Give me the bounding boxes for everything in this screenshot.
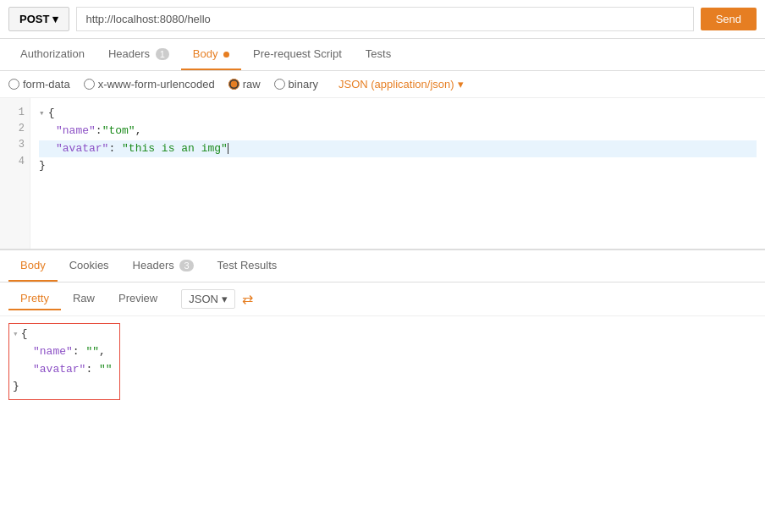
resp-tab-test-results[interactable]: Test Results	[206, 250, 289, 282]
code-line-3: "avatar": "this is an img"	[39, 140, 757, 158]
resp-line-4: }	[13, 378, 113, 396]
body-dot	[223, 52, 229, 58]
response-options: Pretty Raw Preview JSON ▾ ⇄	[0, 282, 765, 316]
url-input[interactable]	[76, 7, 693, 31]
resp-wrap-icon[interactable]: ⇄	[242, 290, 253, 308]
send-button[interactable]: Send	[701, 8, 757, 30]
request-body-editor[interactable]: 1 2 3 4 ▾ { "name":"tom", "avatar": "thi…	[0, 98, 765, 250]
expand-icon[interactable]: ▾	[39, 107, 45, 122]
url-encoded-option[interactable]: x-www-form-urlencoded	[84, 78, 215, 90]
code-line-4: }	[39, 157, 757, 175]
resp-expand-icon[interactable]: ▾	[13, 327, 19, 343]
body-options: form-data x-www-form-urlencoded raw bina…	[0, 71, 765, 98]
resp-line-2: "name": "",	[13, 343, 113, 361]
response-code-area: ▾ { "name": "", "avatar": "" }	[0, 316, 765, 407]
request-tabs: Authorization Headers 1 Body Pre-request…	[0, 39, 765, 71]
resp-line-1: ▾ {	[13, 326, 113, 343]
json-format-selector[interactable]: JSON (application/json) ▾	[338, 78, 464, 90]
code-line-1: ▾ {	[39, 105, 757, 123]
response-json-box: ▾ { "name": "", "avatar": "" }	[8, 323, 120, 400]
tab-prerequest[interactable]: Pre-request Script	[241, 39, 354, 70]
resp-format-selector[interactable]: JSON ▾	[181, 289, 235, 309]
tab-authorization[interactable]: Authorization	[8, 39, 96, 70]
resp-preview-btn[interactable]: Preview	[107, 288, 169, 310]
method-label: POST	[19, 13, 49, 25]
resp-tab-headers[interactable]: Headers 3	[121, 250, 206, 282]
resp-format-chevron-icon: ▾	[222, 293, 228, 305]
top-bar: POST ▾ Send	[0, 0, 765, 39]
method-chevron-icon: ▾	[52, 13, 58, 25]
tab-headers[interactable]: Headers 1	[96, 39, 181, 70]
response-section: Body Cookies Headers 3 Test Results Pret…	[0, 250, 765, 407]
response-tabs: Body Cookies Headers 3 Test Results	[0, 250, 765, 282]
headers-badge: 1	[156, 48, 169, 60]
code-line-2: "name":"tom",	[39, 123, 757, 140]
resp-tab-body[interactable]: Body	[8, 250, 58, 282]
cursor	[228, 143, 228, 154]
tab-body[interactable]: Body	[181, 39, 241, 70]
json-chevron-icon: ▾	[458, 78, 464, 90]
resp-headers-badge: 3	[179, 260, 193, 271]
resp-pretty-btn[interactable]: Pretty	[8, 288, 61, 310]
form-data-option[interactable]: form-data	[8, 78, 70, 90]
resp-raw-btn[interactable]: Raw	[61, 288, 107, 310]
resp-tab-cookies[interactable]: Cookies	[58, 250, 121, 282]
tab-tests[interactable]: Tests	[354, 39, 403, 70]
binary-option[interactable]: binary	[274, 78, 318, 90]
code-content[interactable]: ▾ { "name":"tom", "avatar": "this is an …	[30, 98, 765, 249]
line-numbers: 1 2 3 4	[0, 98, 30, 249]
raw-option[interactable]: raw	[228, 78, 261, 90]
resp-line-3: "avatar": ""	[13, 361, 113, 379]
method-dropdown[interactable]: POST ▾	[8, 7, 69, 31]
